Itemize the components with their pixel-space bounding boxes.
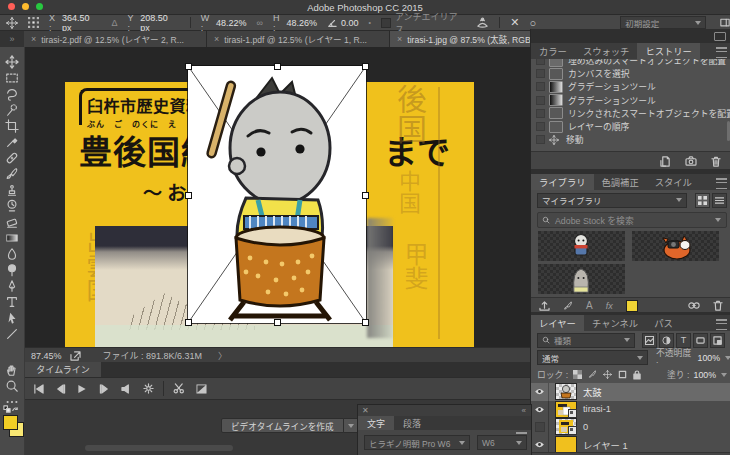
history-brush-tool[interactable] [5, 199, 19, 213]
upload-asset-icon[interactable] [539, 301, 550, 311]
visibility-toggle[interactable] [531, 436, 549, 454]
tab-color[interactable]: カラー [531, 43, 575, 59]
visibility-toggle[interactable] [531, 383, 549, 401]
history-source-checkbox[interactable] [536, 96, 545, 105]
delete-state-trash-icon[interactable] [711, 156, 721, 167]
tab-character[interactable]: 文字 [358, 416, 394, 430]
history-item[interactable]: グラデーションツール [531, 80, 730, 93]
transform-handle-ne[interactable] [362, 63, 369, 70]
brush-asset-icon[interactable] [563, 301, 573, 311]
lock-all-icon[interactable] [633, 370, 641, 380]
foreground-color-swatch[interactable] [3, 415, 18, 430]
document-tab-1[interactable]: × tirasi-2.pdf @ 12.5% (レイヤー 2, R... [24, 31, 207, 47]
panel-menu-icon[interactable] [716, 319, 727, 330]
lock-pixels-brush-icon[interactable] [588, 370, 597, 379]
zoom-level[interactable]: 87.45% [31, 351, 62, 361]
tab-paragraph[interactable]: 段落 [394, 416, 430, 430]
workspace-icon[interactable] [720, 18, 730, 27]
eyedropper-tool[interactable] [5, 135, 19, 149]
layer-row-tirasi1[interactable]: tirasi-1 [531, 401, 730, 419]
transform-handle-n[interactable] [274, 63, 281, 70]
font-family-select[interactable]: ヒラギノ明朝 Pro W6 [364, 435, 470, 450]
filter-pixel-layers-icon[interactable] [642, 333, 657, 348]
blur-tool[interactable] [5, 247, 19, 261]
text-style-asset-icon[interactable]: A [586, 300, 593, 311]
adobe-stock-search-field[interactable]: Adobe Stock を検索 [537, 212, 727, 228]
layer-name[interactable]: tirasi-1 [583, 404, 611, 414]
eraser-tool[interactable] [5, 215, 19, 229]
lock-artboard-icon[interactable] [618, 370, 627, 379]
library-asset-haniwa[interactable] [538, 264, 625, 294]
layer-thumbnail[interactable] [555, 418, 577, 435]
tab-channels[interactable]: チャンネル [584, 315, 646, 331]
timeline-tab[interactable]: タイムライン [25, 362, 101, 377]
new-document-from-state-icon[interactable] [660, 156, 671, 167]
layer-name[interactable]: レイヤー 1 [583, 438, 628, 452]
canvas-area[interactable]: 臼杵市歴史資料 ぶん ご のくに え 豊後国絵 まで ～ お 後国 中国 甲斐 … [25, 47, 530, 347]
visibility-toggle[interactable] [531, 401, 549, 419]
history-item[interactable]: カンバスを選択 [531, 67, 730, 80]
x-value[interactable]: 364.50 px [62, 13, 101, 33]
layer-thumbnail[interactable] [555, 383, 577, 400]
export-icon[interactable] [70, 351, 81, 361]
commit-transform-button[interactable]: ○ [530, 17, 537, 29]
layer-row-taiko[interactable]: 太鼓 [531, 383, 730, 401]
free-transform-box[interactable] [188, 66, 366, 323]
collapse-panel-icon[interactable]: « [522, 406, 526, 415]
cancel-transform-button[interactable]: ✕ [510, 16, 519, 29]
transform-handle-sw[interactable] [185, 319, 192, 326]
layer-name[interactable]: 0 [583, 422, 588, 432]
transition-icon[interactable] [190, 384, 212, 394]
timeline-scrollbar[interactable] [85, 445, 233, 451]
collapse-dock-icon[interactable] [714, 32, 726, 41]
create-video-timeline-button[interactable]: ビデオタイムラインを作成 [221, 418, 359, 433]
history-source-checkbox[interactable] [536, 122, 545, 131]
tab-close-icon[interactable]: × [214, 34, 219, 44]
play-button[interactable] [71, 384, 93, 394]
marquee-tool[interactable] [5, 71, 19, 85]
tab-close-icon[interactable]: × [397, 34, 402, 44]
first-frame-button[interactable] [27, 384, 49, 394]
history-item[interactable]: レイヤーの順序 [531, 120, 730, 133]
history-source-checkbox[interactable] [536, 59, 545, 65]
share-link-icon[interactable] [688, 301, 700, 310]
history-source-checkbox[interactable] [536, 82, 545, 91]
panel-menu-icon[interactable] [716, 47, 727, 58]
audio-mute-button[interactable] [115, 384, 137, 394]
warp-mode-icon[interactable] [476, 17, 489, 29]
tab-paths[interactable]: パス [646, 315, 681, 331]
layer-row-layer1[interactable]: レイヤー 1 [531, 436, 730, 454]
transform-handle-w[interactable] [185, 192, 192, 199]
document-tab-2[interactable]: × tirasi-1.pdf @ 12.5% (レイヤー 1, R... [207, 31, 390, 47]
quick-selection-tool[interactable] [5, 103, 19, 117]
w-value[interactable]: 48.22% [216, 18, 247, 28]
history-source-checkbox[interactable] [536, 109, 545, 118]
history-item[interactable]: 埋め込みのスマートオブジェクトを配置 [531, 59, 730, 67]
reference-point-icon[interactable] [28, 17, 39, 28]
layer-thumbnail[interactable] [555, 436, 577, 453]
color-asset-swatch[interactable] [626, 300, 638, 312]
fill-value[interactable]: 100% [694, 370, 717, 380]
lock-transparency-icon[interactable] [573, 370, 582, 379]
move-tool[interactable] [5, 55, 19, 69]
history-item[interactable]: グラデーションツール [531, 94, 730, 107]
close-panel-icon[interactable]: ✕ [362, 406, 369, 415]
layer-style-asset-icon[interactable]: fx [606, 301, 613, 311]
tab-layers[interactable]: レイヤー [531, 315, 584, 331]
lock-position-icon[interactable] [603, 370, 612, 379]
history-item[interactable]: 移動 [531, 133, 730, 146]
path-selection-tool[interactable] [5, 311, 19, 325]
history-source-checkbox[interactable] [536, 135, 545, 144]
next-frame-button[interactable] [93, 384, 115, 394]
timeline-settings-gear-icon[interactable] [137, 383, 159, 394]
transform-handle-e[interactable] [362, 192, 369, 199]
blend-mode-select[interactable]: 通常 [537, 350, 648, 365]
list-view-button[interactable] [712, 193, 727, 208]
tab-close-icon[interactable]: × [31, 34, 36, 44]
library-select[interactable]: マイライブラリ [537, 193, 687, 208]
line-tool[interactable] [5, 327, 19, 341]
status-options-arrow[interactable]: 〉 [218, 349, 227, 362]
tab-libraries[interactable]: ライブラリ [531, 174, 594, 190]
layer-row-0[interactable]: 0 [531, 418, 730, 436]
tab-styles[interactable]: スタイル [647, 174, 700, 190]
